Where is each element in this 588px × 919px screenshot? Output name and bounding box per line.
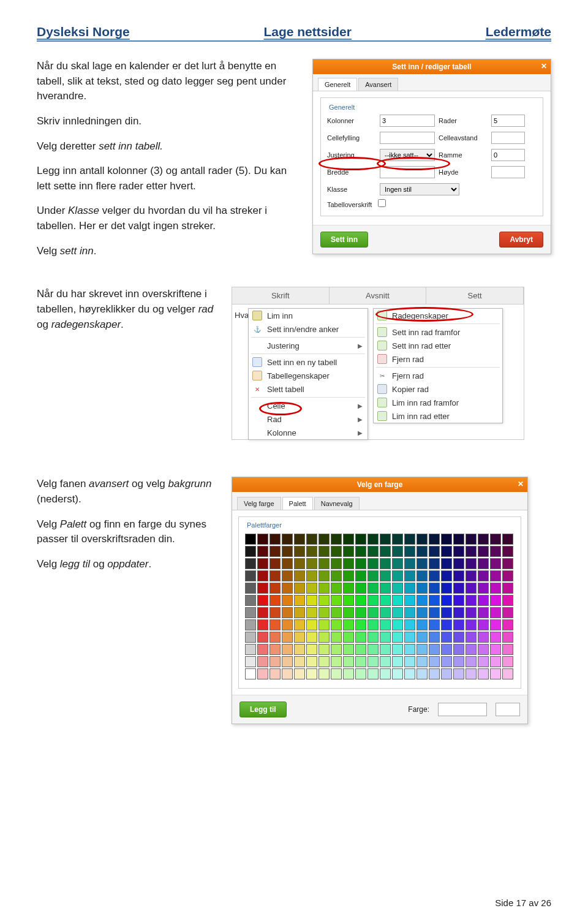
color-swatch[interactable]	[318, 546, 330, 557]
select-justering[interactable]: --ikke satt--	[380, 149, 435, 161]
color-swatch[interactable]	[380, 656, 391, 667]
color-swatch[interactable]	[282, 632, 293, 643]
menu-sett-anker[interactable]: ⚓Sett inn/endre anker	[249, 322, 368, 336]
color-swatch[interactable]	[417, 534, 428, 545]
color-swatch[interactable]	[502, 570, 513, 581]
color-swatch[interactable]	[502, 656, 513, 667]
color-swatch[interactable]	[343, 619, 354, 630]
menu-ny-tabell[interactable]: Sett inn en ny tabell	[249, 355, 368, 369]
color-swatch[interactable]	[368, 632, 379, 643]
color-swatch[interactable]	[404, 644, 415, 655]
color-swatch[interactable]	[404, 546, 415, 557]
color-swatch[interactable]	[331, 558, 342, 569]
color-swatch[interactable]	[392, 595, 403, 606]
color-swatch[interactable]	[343, 607, 354, 618]
color-swatch[interactable]	[306, 546, 317, 557]
color-swatch[interactable]	[294, 546, 305, 557]
color-swatch[interactable]	[245, 546, 256, 557]
color-swatch[interactable]	[245, 619, 256, 630]
color-swatch[interactable]	[453, 632, 464, 643]
menu-tabellegenskaper[interactable]: Tabellegenskaper	[249, 369, 368, 382]
color-swatch[interactable]	[245, 583, 256, 594]
color-swatch[interactable]	[245, 632, 256, 643]
color-swatch[interactable]	[502, 619, 513, 630]
color-swatch[interactable]	[355, 644, 366, 655]
color-swatch[interactable]	[417, 619, 428, 630]
color-swatch[interactable]	[331, 583, 342, 594]
color-swatch[interactable]	[478, 534, 489, 545]
color-swatch[interactable]	[368, 644, 379, 655]
color-swatch[interactable]	[429, 607, 440, 618]
color-swatch[interactable]	[404, 607, 415, 618]
color-swatch[interactable]	[490, 583, 501, 594]
menu-fjern-rad2[interactable]: ✂Fjern rad	[374, 369, 502, 382]
color-swatch[interactable]	[306, 595, 317, 606]
color-swatch[interactable]	[294, 595, 305, 606]
color-swatch[interactable]	[466, 644, 477, 655]
input-rader[interactable]	[491, 115, 525, 127]
color-swatch[interactable]	[429, 632, 440, 643]
color-swatch[interactable]	[245, 534, 256, 545]
color-swatch[interactable]	[466, 607, 477, 618]
color-swatch[interactable]	[282, 570, 293, 581]
color-swatch[interactable]	[355, 558, 366, 569]
color-swatch[interactable]	[270, 632, 281, 643]
color-swatch[interactable]	[380, 546, 391, 557]
color-swatch[interactable]	[257, 607, 268, 618]
color-swatch[interactable]	[441, 619, 452, 630]
color-swatch[interactable]	[417, 644, 428, 655]
color-swatch[interactable]	[466, 619, 477, 630]
color-swatch[interactable]	[429, 656, 440, 667]
color-swatch[interactable]	[318, 534, 330, 545]
color-swatch[interactable]	[343, 546, 354, 557]
color-swatch[interactable]	[245, 668, 256, 679]
color-swatch[interactable]	[294, 607, 305, 618]
color-swatch[interactable]	[466, 632, 477, 643]
avbryt-button[interactable]: Avbryt	[499, 232, 543, 248]
menu-justering[interactable]: Justering▶	[249, 339, 368, 352]
color-swatch[interactable]	[404, 632, 415, 643]
color-swatch[interactable]	[478, 619, 489, 630]
color-swatch[interactable]	[318, 595, 330, 606]
menu-rad[interactable]: Rad▶	[249, 412, 368, 426]
color-swatch[interactable]	[368, 558, 379, 569]
color-swatch[interactable]	[294, 558, 305, 569]
tab-navnevalg[interactable]: Navnevalg	[314, 497, 360, 510]
color-swatch[interactable]	[404, 595, 415, 606]
color-swatch[interactable]	[380, 632, 391, 643]
color-swatch[interactable]	[392, 558, 403, 569]
tab-palett[interactable]: Palett	[282, 497, 313, 510]
sett-inn-button[interactable]: Sett inn	[320, 232, 368, 248]
color-swatch[interactable]	[392, 668, 403, 679]
color-swatch[interactable]	[343, 558, 354, 569]
color-swatch[interactable]	[355, 668, 366, 679]
color-swatch[interactable]	[453, 546, 464, 557]
color-swatch[interactable]	[453, 595, 464, 606]
color-swatch[interactable]	[453, 607, 464, 618]
color-swatch[interactable]	[270, 546, 281, 557]
color-swatch[interactable]	[282, 583, 293, 594]
color-swatch[interactable]	[490, 595, 501, 606]
color-swatch[interactable]	[380, 534, 391, 545]
menu-lim-etter[interactable]: Lim inn rad etter	[374, 409, 502, 423]
color-swatch[interactable]	[355, 583, 366, 594]
color-swatch[interactable]	[368, 595, 379, 606]
color-swatch[interactable]	[270, 607, 281, 618]
color-swatch[interactable]	[368, 534, 379, 545]
color-swatch[interactable]	[257, 668, 268, 679]
color-swatch[interactable]	[306, 607, 317, 618]
color-swatch[interactable]	[502, 668, 513, 679]
color-swatch[interactable]	[245, 595, 256, 606]
color-swatch[interactable]	[417, 632, 428, 643]
color-swatch[interactable]	[441, 656, 452, 667]
color-swatch[interactable]	[392, 607, 403, 618]
color-swatch[interactable]	[429, 558, 440, 569]
color-swatch[interactable]	[318, 668, 330, 679]
color-swatch[interactable]	[368, 583, 379, 594]
color-swatch[interactable]	[441, 632, 452, 643]
color-swatch[interactable]	[441, 644, 452, 655]
color-swatch[interactable]	[306, 558, 317, 569]
close-icon[interactable]: ✕	[518, 480, 524, 488]
color-swatch[interactable]	[294, 583, 305, 594]
tab-generelt[interactable]: Generelt	[318, 78, 357, 91]
